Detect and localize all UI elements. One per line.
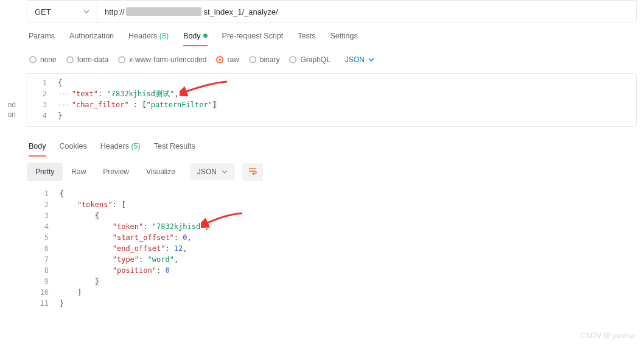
body-type-selector: none form-data x-www-form-urlencoded raw… bbox=[29, 55, 374, 64]
url-masked-segment bbox=[126, 7, 201, 16]
view-preview[interactable]: Preview bbox=[94, 163, 138, 181]
wrap-lines-icon bbox=[248, 168, 257, 175]
resp-tab-body[interactable]: Body bbox=[29, 142, 46, 157]
chevron-down-icon bbox=[222, 169, 228, 175]
editor-code: { "text": "7832kjhisd测试", "char_filter" … bbox=[58, 77, 636, 121]
resp-tab-test-results[interactable]: Test Results bbox=[154, 142, 195, 157]
response-format-select[interactable]: JSON bbox=[190, 163, 235, 180]
tab-pre-request[interactable]: Pre-request Script bbox=[222, 32, 284, 46]
watermark: CSDN @-yanhui- bbox=[580, 331, 637, 340]
view-raw[interactable]: Raw bbox=[63, 163, 94, 181]
tab-headers[interactable]: Headers (8) bbox=[128, 32, 169, 46]
url-input[interactable]: http:// st_index_1/_analyze/ bbox=[97, 1, 636, 23]
radio-x-www[interactable]: x-www-form-urlencoded bbox=[118, 55, 206, 64]
method-label: GET bbox=[35, 7, 83, 16]
tab-authorization[interactable]: Authorization bbox=[69, 32, 114, 46]
radio-form-data[interactable]: form-data bbox=[66, 55, 108, 64]
request-tabs: Params Authorization Headers (8) Body Pr… bbox=[29, 32, 358, 46]
response-body-editor[interactable]: 1234567891011 { "tokens": [ { "token": "… bbox=[27, 185, 637, 341]
unsaved-dot-icon bbox=[203, 34, 208, 38]
view-visualize[interactable]: Visualize bbox=[138, 163, 184, 181]
response-view-bar: Pretty Raw Preview Visualize JSON bbox=[27, 163, 263, 181]
left-fragment: nd on bbox=[0, 100, 16, 119]
view-pretty[interactable]: Pretty bbox=[27, 163, 63, 181]
radio-raw[interactable]: raw bbox=[216, 55, 239, 64]
method-select[interactable]: GET bbox=[27, 1, 97, 23]
tab-settings[interactable]: Settings bbox=[330, 32, 357, 46]
radio-binary[interactable]: binary bbox=[249, 55, 280, 64]
tab-tests[interactable]: Tests bbox=[298, 32, 315, 46]
response-gutter: 1234567891011 bbox=[27, 188, 57, 341]
annotation-arrow-icon bbox=[180, 79, 228, 97]
response-tabs: Body Cookies Headers (5) Test Results bbox=[29, 142, 195, 157]
tab-params[interactable]: Params bbox=[29, 32, 55, 46]
resp-tab-cookies[interactable]: Cookies bbox=[60, 142, 87, 157]
annotation-arrow-icon bbox=[201, 211, 243, 229]
radio-graphql[interactable]: GraphQL bbox=[289, 55, 330, 64]
resp-tab-headers[interactable]: Headers (5) bbox=[100, 142, 141, 157]
tab-body[interactable]: Body bbox=[183, 32, 208, 46]
editor-gutter: 1234 bbox=[27, 77, 55, 126]
radio-none[interactable]: none bbox=[29, 55, 57, 64]
request-url-bar: GET http:// st_index_1/_analyze/ bbox=[27, 0, 637, 23]
wrap-lines-button[interactable] bbox=[242, 163, 263, 181]
chevron-down-icon bbox=[368, 57, 374, 63]
content-type-select[interactable]: JSON bbox=[345, 55, 374, 64]
response-code: { "tokens": [ { "token": "7832kjhisd", "… bbox=[60, 188, 637, 309]
chevron-down-icon bbox=[83, 9, 89, 15]
request-body-editor[interactable]: 1234 { "text": "7832kjhisd测试", "char_fil… bbox=[27, 73, 637, 127]
